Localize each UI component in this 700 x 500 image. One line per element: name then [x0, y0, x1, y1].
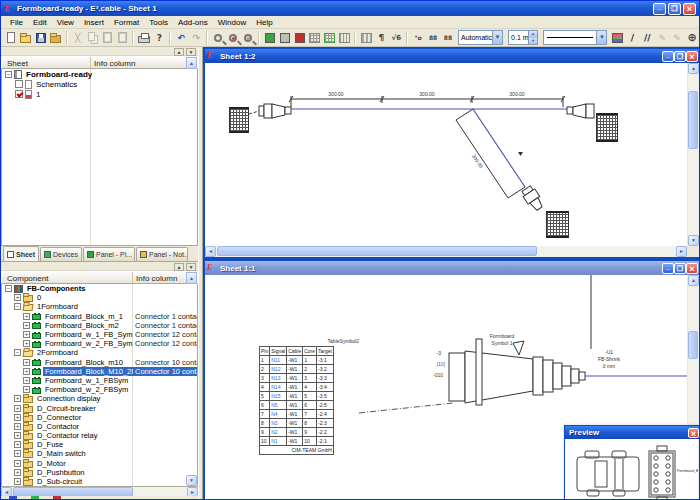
- sheet11-minimize[interactable]: [662, 263, 674, 274]
- pilcrow-icon[interactable]: ¶: [374, 30, 388, 45]
- grid-settings-icon[interactable]: [323, 30, 337, 45]
- h-scroll-thumb[interactable]: [217, 246, 537, 256]
- new-icon[interactable]: [4, 30, 18, 45]
- component-tree-row[interactable]: +D_Sub-circuit: [2, 477, 197, 486]
- sheet11-titlebar[interactable]: Sheet 1:1: [205, 261, 699, 275]
- sheet-column-header[interactable]: Sheet: [7, 59, 28, 68]
- info-column-header[interactable]: Info column: [94, 59, 135, 68]
- tab-panel-pl-[interactable]: Panel - Pl...: [83, 247, 135, 261]
- dropdown-arrow-icon[interactable]: [492, 31, 502, 44]
- component-tree-row[interactable]: +D_Contactor relay: [2, 431, 197, 440]
- save-all-icon[interactable]: [49, 30, 63, 45]
- scroll-left-icon[interactable]: [205, 246, 216, 257]
- sheet11-restore[interactable]: [674, 263, 686, 274]
- menu-window[interactable]: Window: [213, 17, 251, 28]
- sheet11-close[interactable]: [686, 263, 698, 274]
- crosshair-icon[interactable]: ⊕: [685, 30, 699, 45]
- tree-expander-icon[interactable]: +: [14, 294, 21, 301]
- menu-help[interactable]: Help: [251, 17, 277, 28]
- formula-icon[interactable]: √6: [389, 30, 403, 45]
- sheet-tree-row[interactable]: 1: [2, 89, 197, 99]
- tab-sheet[interactable]: Sheet: [3, 246, 39, 261]
- component-tree-row[interactable]: −1Formboard: [2, 302, 197, 311]
- panel2-scroll-down-icon[interactable]: [186, 263, 196, 271]
- maximize-button[interactable]: [668, 3, 681, 15]
- close-button[interactable]: [683, 3, 696, 15]
- sheet-tree-scroll-up[interactable]: [186, 57, 197, 69]
- sheet12-restore[interactable]: [674, 51, 686, 62]
- scroll-right-icon[interactable]: [676, 246, 687, 257]
- tree-expander-icon[interactable]: +: [14, 405, 21, 412]
- component-tree-row[interactable]: +D_Circuit-breaker: [2, 403, 197, 412]
- tree-expander-icon[interactable]: +: [14, 414, 21, 421]
- grid-snap-icon[interactable]: [338, 30, 352, 45]
- preview-titlebar[interactable]: Preview: [565, 426, 700, 439]
- component-tree-row[interactable]: +Connection display: [2, 394, 197, 403]
- print-preview-icon[interactable]: ?: [152, 30, 166, 45]
- panel-scroll-up-icon[interactable]: [174, 48, 184, 56]
- columns-icon[interactable]: [359, 30, 373, 45]
- line-style-select[interactable]: [543, 30, 607, 45]
- sheet-panel-header[interactable]: Sheet Info column: [1, 56, 198, 69]
- tree-expander-icon[interactable]: +: [23, 313, 30, 320]
- component-tree-row[interactable]: +D_Contactor: [2, 422, 197, 431]
- tree-expander-icon[interactable]: +: [14, 450, 21, 457]
- open-icon[interactable]: [19, 30, 33, 45]
- info-column2-header[interactable]: Info column: [136, 274, 177, 283]
- line-width-stepper[interactable]: 0.1 mm: [508, 30, 538, 45]
- component-column-header[interactable]: Component: [7, 274, 48, 283]
- v-scroll-thumb[interactable]: [688, 331, 698, 359]
- panel2-scroll-up-icon[interactable]: [174, 263, 184, 271]
- component-tree-row[interactable]: +D_Connector: [2, 413, 197, 422]
- minimize-button[interactable]: [653, 3, 666, 15]
- tab-sliver-icon[interactable]: [53, 496, 61, 499]
- sheet12-titlebar[interactable]: Sheet 1:2: [205, 49, 699, 63]
- component-tree-row[interactable]: +D_Pushbutton: [2, 468, 197, 477]
- component-tree-row[interactable]: +Formboard_Block_m10Connector 10 conta: [2, 358, 197, 367]
- scroll-up-icon[interactable]: [688, 275, 699, 286]
- tree-expander-icon[interactable]: +: [23, 377, 30, 384]
- component-tree-row[interactable]: +Formboard_Block_m_1Connector 1 contac: [2, 312, 197, 321]
- tab-devices[interactable]: Devices: [40, 247, 82, 261]
- tree-expander-icon[interactable]: −: [14, 303, 21, 310]
- tree-expander-icon[interactable]: −: [5, 285, 12, 292]
- sheet12-close[interactable]: [686, 51, 698, 62]
- undo-icon[interactable]: ↶: [174, 30, 188, 45]
- sheet-import-icon[interactable]: [263, 30, 277, 45]
- component-tree-scroll-up[interactable]: [186, 272, 197, 284]
- line-mode-select[interactable]: Automatic: [458, 30, 503, 45]
- component-tree-row[interactable]: −2Formboard: [2, 348, 197, 357]
- sheet12-hscrollbar[interactable]: [205, 246, 687, 257]
- component-tree-row[interactable]: +D_Fuse: [2, 440, 197, 449]
- tree-expander-icon[interactable]: +: [14, 469, 21, 476]
- component-tree-row[interactable]: +Formboard_Block_m2Connector 1 contac: [2, 321, 197, 330]
- component-tree-scroll-down[interactable]: [186, 475, 197, 486]
- align-icon[interactable]: 88: [426, 30, 440, 45]
- zoom-out-icon[interactable]: [226, 30, 240, 45]
- print-icon[interactable]: [137, 30, 151, 45]
- component-tree-row[interactable]: −FB-Components: [2, 284, 197, 293]
- tree-expander-icon[interactable]: +: [14, 441, 21, 448]
- tree-expander-icon[interactable]: +: [14, 478, 21, 485]
- preview-close[interactable]: [688, 428, 699, 438]
- tree-expander-icon[interactable]: −: [14, 349, 21, 356]
- grid-icon[interactable]: [308, 30, 322, 45]
- catalog-icon[interactable]: [293, 30, 307, 45]
- component-tree-row[interactable]: +Formboard_w_1_FB_SymConnector 12 conta: [2, 330, 197, 339]
- step-down-icon[interactable]: [529, 38, 537, 45]
- tree-expander-icon[interactable]: +: [14, 395, 21, 402]
- sheet-tree-row[interactable]: −Formboard-ready: [2, 69, 197, 79]
- window-titlebar[interactable]: Formboard-ready - E³.cable - Sheet 1: [1, 1, 699, 16]
- tree-expander-icon[interactable]: +: [23, 322, 30, 329]
- tree-expander-icon[interactable]: +: [23, 331, 30, 338]
- sheet12-minimize[interactable]: [662, 51, 674, 62]
- layers-icon[interactable]: [610, 30, 624, 45]
- sheet-export-icon[interactable]: [278, 30, 292, 45]
- zoom-pan-icon[interactable]: [241, 30, 255, 45]
- tree-expander-icon[interactable]: −: [5, 71, 12, 78]
- tree-expander-icon[interactable]: +: [14, 460, 21, 467]
- scroll-up-icon[interactable]: [688, 63, 699, 74]
- menu-file[interactable]: File: [5, 17, 28, 28]
- panel-scroll-down-icon[interactable]: [186, 48, 196, 56]
- menu-format[interactable]: Format: [109, 17, 144, 28]
